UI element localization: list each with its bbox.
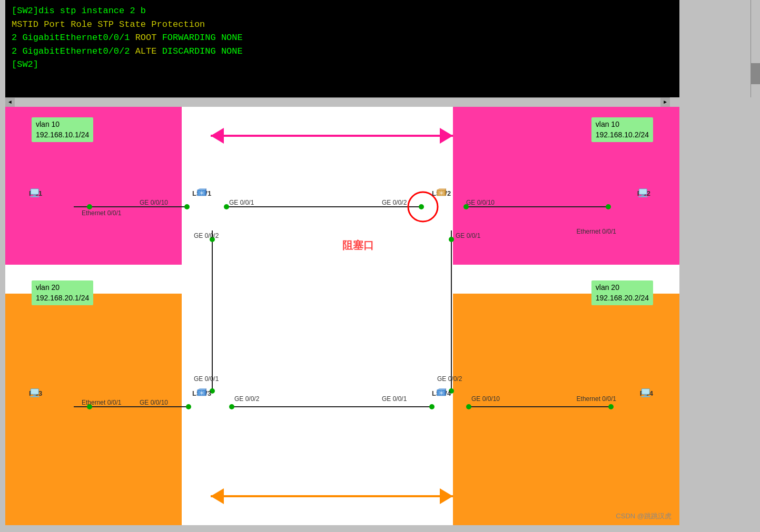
- lsw4-ge0010-label: GE 0/0/10: [471, 395, 500, 403]
- lsw4-ge002-label: GE 0/0/2: [437, 375, 462, 383]
- scroll-left-button[interactable]: ◄: [5, 98, 15, 107]
- lsw4-ge001-label: GE 0/0/1: [382, 395, 407, 403]
- col-protection: Protection: [151, 19, 205, 29]
- pc2-icon: PC2: [637, 188, 650, 197]
- terminal-prompt: [SW2]: [12, 58, 673, 72]
- vlan10-right-label: vlan 10 192.168.10.2/24: [591, 117, 653, 142]
- pc4-icon: PC4: [640, 388, 653, 397]
- terminal-header: MSTID Port Role STP State Protection: [12, 18, 673, 32]
- lsw2-ge001-label: GE 0/0/1: [456, 232, 480, 239]
- lsw2-icon: LSW2: [432, 188, 451, 197]
- pc4-label: PC4: [640, 389, 653, 397]
- lsw3-ge002-label: GE 0/0/2: [234, 395, 259, 403]
- vlan20-left-label: vlan 20 192.168.20.1/24: [32, 280, 93, 305]
- lsw3-ge001-label: GE 0/0/1: [194, 375, 219, 383]
- svg-point-18: [229, 404, 234, 409]
- svg-point-10: [224, 204, 229, 209]
- pc3-icon: PC3: [29, 388, 42, 397]
- col-stp-state: STP State: [97, 19, 146, 29]
- lsw2-ge002-label: GE 0/0/2: [382, 199, 407, 206]
- col-port: Port: [44, 19, 65, 29]
- col-mstid: MSTID: [12, 19, 38, 29]
- pc3-label: PC3: [29, 389, 42, 397]
- svg-point-11: [419, 204, 424, 209]
- lsw1-icon: LSW1: [192, 188, 211, 197]
- vlan20-left-region: [5, 294, 182, 525]
- pc2-eth-label: Ethernet 0/0/1: [577, 228, 616, 235]
- pc1-icon: PC1: [29, 188, 42, 197]
- lsw3-ge0010-label: GE 0/0/10: [140, 399, 168, 406]
- svg-marker-25: [211, 128, 224, 144]
- lsw3-icon: LSW3: [192, 388, 211, 397]
- lsw1-ge001-label: GE 0/0/1: [229, 199, 254, 206]
- scroll-right-button[interactable]: ►: [660, 98, 670, 107]
- pc1-label: PC1: [29, 189, 42, 197]
- pc1-eth-label: Ethernet 0/0/1: [82, 209, 121, 217]
- svg-point-9: [184, 204, 190, 209]
- lsw3-label: LSW3: [192, 389, 211, 397]
- col-role: Role: [71, 19, 92, 29]
- svg-marker-29: [440, 488, 453, 504]
- lsw2-label: LSW2: [432, 189, 451, 197]
- horizontal-scrollbar[interactable]: ◄ ►: [5, 97, 670, 107]
- lsw2-ge0010-label: GE 0/0/10: [466, 199, 495, 206]
- block-port-label: 阻塞口: [342, 238, 374, 253]
- vlan10-left-label: vlan 10 192.168.10.1/24: [32, 117, 93, 142]
- pc3-eth-label: Ethernet 0/0/1: [82, 399, 121, 406]
- terminal-window: [SW2]dis stp instance 2 b MSTID Port Rol…: [5, 0, 679, 97]
- lsw4-icon: LSW4: [432, 388, 451, 397]
- lsw4-label: LSW4: [432, 389, 451, 397]
- svg-point-19: [429, 404, 435, 409]
- terminal-line-1: [SW2]dis stp instance 2 b: [12, 4, 673, 18]
- vlan20-right-region: [453, 294, 679, 525]
- svg-marker-28: [211, 488, 224, 504]
- pc4-eth-label: Ethernet 0/0/1: [577, 395, 616, 403]
- network-diagram: vlan 10 192.168.10.1/24 vlan 10 192.168.…: [5, 107, 679, 525]
- lsw1-ge002-label: GE 0/0/2: [194, 232, 219, 239]
- svg-point-21: [186, 404, 191, 409]
- lsw1-ge0010-label: GE 0/0/10: [140, 199, 168, 206]
- lsw1-label: LSW1: [192, 189, 211, 197]
- terminal-row-1: 2 GigabitEthernet0/0/1 ROOT FORWARDING N…: [12, 31, 673, 45]
- vlan20-right-label: vlan 20 192.168.20.2/24: [591, 280, 653, 305]
- terminal-row-2: 2 GigabitEthernet0/0/2 ALTE DISCARDING N…: [12, 45, 673, 58]
- scrollbar-thumb[interactable]: [751, 63, 760, 84]
- vertical-scrollbar[interactable]: [751, 0, 760, 97]
- svg-marker-26: [440, 128, 453, 144]
- watermark: CSDN @跳跳汉虎: [616, 511, 672, 521]
- pc2-label: PC2: [637, 189, 650, 197]
